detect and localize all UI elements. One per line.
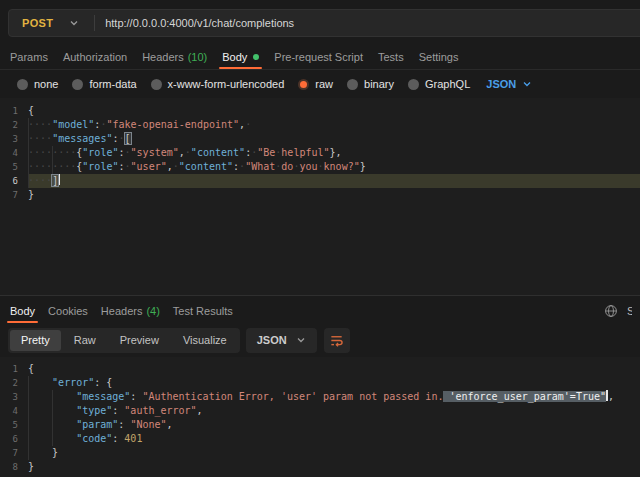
body-type-binary[interactable]: binary (347, 78, 394, 90)
line-number: 1 (0, 104, 28, 118)
line-number: 5 (0, 160, 28, 174)
code-line: 2····"model":·"fake-openai-endpoint",· (0, 118, 640, 132)
token: "messages" (52, 133, 112, 144)
wrap-text-icon (329, 333, 344, 348)
token: ········{ (28, 161, 82, 172)
line-number: 7 (0, 446, 28, 460)
code-content: "code": 401 (28, 432, 640, 446)
token: "error" (52, 377, 94, 388)
line-number: 2 (0, 118, 28, 132)
line-number: 5 (0, 418, 28, 432)
view-tab-raw[interactable]: Raw (63, 330, 107, 351)
response-tab-cookies[interactable]: Cookies (48, 296, 88, 326)
request-tab-label: Body (222, 51, 247, 63)
body-type-row: noneform-datax-www-form-urlencodedrawbin… (0, 70, 640, 98)
indent-guide (28, 146, 29, 160)
indent-guide (28, 376, 29, 390)
indent-guide (28, 432, 29, 446)
wrap-text-button[interactable] (324, 328, 350, 353)
request-tab-label: Authorization (63, 51, 127, 63)
indent-guide (28, 418, 29, 432)
token: "Be·helpful" (257, 147, 329, 158)
request-url-bar: POST (8, 9, 640, 37)
response-tab-body[interactable]: Body (10, 296, 35, 326)
code-content: ········{"role":·"user",·"content":·"Wha… (28, 160, 640, 174)
request-format-select[interactable]: JSON (486, 78, 532, 90)
indent-guide (28, 390, 29, 404)
body-type-none[interactable]: none (17, 78, 58, 90)
response-toolbar-right: S (604, 304, 632, 318)
body-type-label: x-www-form-urlencoded (168, 78, 285, 90)
token: :· (94, 119, 106, 130)
token: "param" (76, 419, 118, 430)
body-type-form-data[interactable]: form-data (72, 78, 136, 90)
request-tab-tests[interactable]: Tests (378, 45, 404, 69)
postman-window: POST ParamsAuthorizationHeaders(10)BodyP… (0, 0, 640, 477)
line-number: 4 (0, 146, 28, 160)
response-view-row: PrettyRawPreviewVisualize JSON (0, 327, 640, 353)
request-tab-settings[interactable]: Settings (419, 45, 459, 69)
response-tab-label: Body (10, 305, 35, 317)
request-body-editor[interactable]: 1{2····"model":·"fake-openai-endpoint",·… (0, 98, 640, 295)
token: :· (118, 161, 130, 172)
indent-guide (52, 404, 53, 418)
response-body-editor[interactable]: 1{2 "error": {3 "message": "Authenticati… (0, 357, 640, 477)
code-line: 1{ (0, 104, 640, 118)
indent-guide (28, 118, 29, 132)
token: "What·do·you·know?" (245, 161, 360, 172)
code-line: 8} (0, 460, 640, 474)
view-tab-pretty[interactable]: Pretty (10, 330, 61, 351)
response-view-tabs: PrettyRawPreviewVisualize (8, 328, 240, 353)
token: "content" (179, 161, 233, 172)
token: { (28, 363, 34, 374)
response-tab-label: Headers (101, 305, 143, 317)
globe-icon[interactable] (604, 304, 618, 318)
token: } (28, 461, 34, 472)
request-tab-pre-request-script[interactable]: Pre-request Script (274, 45, 363, 69)
response-format-label: JSON (257, 334, 287, 346)
line-number: 1 (0, 362, 28, 376)
method-select[interactable]: POST (9, 10, 94, 36)
text-cursor (58, 174, 60, 185)
token: , (167, 419, 173, 430)
line-number: 4 (0, 404, 28, 418)
code-line: 6····] (0, 174, 640, 188)
token: : (118, 419, 130, 430)
code-content: } (28, 460, 640, 474)
token: [ (125, 133, 131, 144)
body-type-graphql[interactable]: GraphQL (408, 78, 470, 90)
indent-guide (52, 418, 53, 432)
request-url-row: POST (0, 0, 640, 45)
radio-icon (408, 79, 419, 90)
body-type-x-www-form-urlencoded[interactable]: x-www-form-urlencoded (151, 78, 285, 90)
save-response-partial-text[interactable]: S (627, 305, 632, 317)
request-tab-params[interactable]: Params (10, 45, 48, 69)
request-tab-authorization[interactable]: Authorization (63, 45, 127, 69)
token: : { (94, 377, 112, 388)
line-number: 6 (0, 174, 28, 188)
request-tab-count: (10) (188, 51, 208, 63)
response-tab-headers[interactable]: Headers(4) (101, 296, 160, 326)
token: 401 (124, 433, 142, 444)
view-tab-visualize[interactable]: Visualize (172, 330, 238, 351)
view-tab-preview[interactable]: Preview (109, 330, 170, 351)
body-type-label: form-data (89, 78, 136, 90)
code-line: 5 "param": "None", (0, 418, 640, 432)
request-tab-body[interactable]: Body (222, 45, 259, 69)
unsaved-dot (253, 54, 259, 60)
code-content: "error": { (28, 376, 640, 390)
body-type-raw[interactable]: raw (298, 78, 333, 90)
token: ,· (239, 119, 251, 130)
code-content: } (28, 188, 640, 202)
response-format-select[interactable]: JSON (246, 328, 317, 353)
code-content: ····"messages":·[ (28, 132, 640, 146)
request-tab-headers[interactable]: Headers(10) (142, 45, 207, 69)
token: }, (330, 147, 342, 158)
code-line: 1{ (0, 362, 640, 376)
response-tab-test-results[interactable]: Test Results (173, 296, 233, 326)
request-tab-label: Settings (419, 51, 459, 63)
line-number: 8 (0, 460, 28, 474)
url-input[interactable] (95, 17, 640, 29)
token: ,· (179, 147, 191, 158)
code-content: "param": "None", (28, 418, 640, 432)
